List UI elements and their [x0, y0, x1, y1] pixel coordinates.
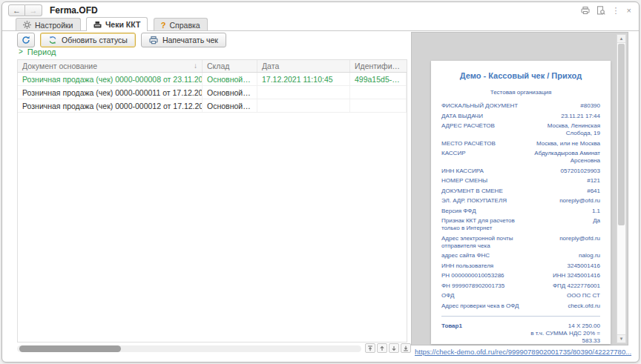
receipt-row: Адрес электронной почты отправителя чека…: [441, 235, 600, 250]
cell-identifier: [350, 86, 407, 99]
column-header-document[interactable]: Документ основание ↓: [18, 60, 203, 72]
receipt-row-value: noreply@ofd.ru: [529, 197, 600, 205]
cell-identifier: [350, 99, 407, 112]
go-down-button[interactable]: [389, 343, 399, 353]
tab-kkt-checks[interactable]: Чеки ККТ: [86, 17, 148, 31]
period-label: Период: [27, 47, 56, 56]
receipt-row-label: ИНН пользователя: [441, 262, 529, 270]
receipt-scrollbar[interactable]: ▲ ▼: [617, 34, 626, 343]
receipt-row-value: Да: [529, 217, 600, 232]
period-toggle[interactable]: > Период: [19, 47, 56, 56]
item-amounts: 14 X 250.00 в т.ч. СУММА НДС 20% = 583.3…: [530, 322, 600, 345]
table-row[interactable]: Розничная продажа (чек) 0000-000008 от 2…: [18, 73, 407, 86]
column-header-warehouse[interactable]: Склад: [203, 60, 257, 72]
receipt-row-label: АДРЕС РАСЧЁТОВ: [441, 122, 529, 137]
table-row[interactable]: Розничная продажа (чек) 0000-000011 от 1…: [18, 86, 407, 99]
receipt-rows: ФИСКАЛЬНЫЙ ДОКУМЕНТ #80390 ДАТА ВЫДАЧИ 2…: [441, 102, 600, 310]
cell-date: [257, 86, 350, 99]
update-statuses-button[interactable]: Обновить статусы: [40, 33, 136, 47]
cell-document: Розничная продажа (чек) 0000-000011 от 1…: [18, 86, 203, 99]
gear-icon: [23, 21, 31, 29]
back-arrow-icon: ←: [13, 6, 21, 15]
table-row[interactable]: Розничная продажа (чек) 0000-000012 от 1…: [18, 99, 407, 113]
receipt-row-value: 3245001416: [529, 262, 600, 270]
refresh-button[interactable]: [17, 33, 35, 47]
receipt-row: ДАТА ВЫДАЧИ 23.11.21 17:44: [441, 113, 600, 120]
column-header-date[interactable]: Дата: [257, 60, 350, 72]
receipt-row: МЕСТО РАСЧЁТОВ Москва, или не Москва: [441, 140, 600, 148]
receipt-row-label: ФН 9999078902001735: [441, 282, 529, 290]
back-button[interactable]: ←: [8, 4, 25, 16]
receipt-row-label: адрес сайта ФНС: [441, 252, 529, 259]
receipt-row: АДРЕС РАСЧЁТОВ Москва, Ленинская Слобода…: [441, 122, 600, 137]
receipt-paper: Демо - Кассовый чек / Приход Тестовая ор…: [431, 61, 611, 344]
receipt-row-value: 1.1: [529, 208, 600, 215]
receipt-row: Адрес проверки чека в ОФД check.ofd.ru: [441, 302, 600, 310]
receipt-row-value: #121: [529, 177, 600, 185]
chevron-right-icon: >: [19, 47, 23, 56]
receipt-row: ФИСКАЛЬНЫЙ ДОКУМЕНТ #80390: [441, 102, 600, 110]
receipt-row-label: ФИСКАЛЬНЫЙ ДОКУМЕНТ: [441, 102, 529, 110]
receipt-row-value: 23.11.21 17:44: [529, 113, 600, 120]
column-header-identifier[interactable]: Идентификатор ...: [350, 60, 407, 72]
tab-label: Чеки ККТ: [105, 20, 140, 29]
go-up-button[interactable]: [377, 343, 387, 353]
cell-identifier: 499a15d5-0990-...: [350, 73, 407, 85]
receipt-row-value: ФПД 4222776001: [529, 282, 600, 290]
table-header: Документ основание ↓ Склад Дата Идентифи…: [18, 60, 407, 73]
receipt-row-label: ОФД: [441, 292, 529, 300]
item-vat-line: в т.ч. СУММА НДС 20% =: [530, 330, 600, 337]
scrollbar-thumb[interactable]: [618, 44, 625, 225]
receipt-row-label: КАССИР: [441, 150, 529, 165]
printer-icon: [149, 36, 158, 44]
print-icon[interactable]: [581, 6, 590, 15]
receipt-row-value: nalog.ru: [529, 252, 600, 259]
receipt-row-value: #641: [529, 188, 600, 195]
button-label: Напечатать чек: [162, 36, 218, 44]
arrow-to-bottom-icon: [403, 345, 409, 351]
receipt-row-value: Москва, или не Москва: [529, 140, 600, 148]
receipt-link[interactable]: https://check-demo.ofd.ru/rec/9999078902…: [415, 348, 631, 356]
item-qty-price: 14 X 250.00: [530, 322, 600, 330]
forward-button[interactable]: →: [25, 4, 42, 16]
hscrollbar-thumb[interactable]: [19, 345, 121, 352]
receipt-row: адрес сайта ФНС nalog.ru: [441, 252, 600, 259]
cell-document: Розничная продажа (чек) 0000-000008 от 2…: [18, 73, 203, 85]
receipt-row: ФН 9999078902001735 ФПД 4222776001: [441, 282, 600, 290]
receipt-row-value: #80390: [529, 102, 600, 110]
close-icon[interactable]: ×: [627, 7, 631, 15]
receipt-row: Признак ККТ для расчетов только в Интерн…: [441, 217, 600, 232]
receipt-row: КАССИР Абдулкадырова Аминат Арсеновна: [441, 150, 600, 165]
tab-settings[interactable]: Настройки: [16, 18, 81, 31]
receipt-row: ИНН пользователя 3245001416: [441, 262, 600, 270]
scroll-up-icon[interactable]: ▲: [617, 35, 625, 43]
menu-kebab-icon[interactable]: ⋮: [612, 7, 620, 15]
print-preview-icon[interactable]: [596, 6, 605, 15]
scroll-down-icon[interactable]: ▼: [617, 334, 625, 343]
cell-warehouse: Основной склад: [203, 86, 257, 99]
receipt-row-label: НОМЕР СМЕНЫ: [441, 177, 529, 185]
receipt-title: Демо - Кассовый чек / Приход: [441, 71, 600, 80]
print-check-button[interactable]: Напечатать чек: [141, 33, 226, 47]
refresh-statuses-icon: [48, 36, 57, 44]
receipt-row: ОФД ООО ПС СТ: [441, 292, 600, 300]
go-last-button[interactable]: [401, 343, 411, 353]
arrow-up-icon: [379, 345, 385, 351]
cell-warehouse: Основной склад: [203, 99, 257, 112]
receipt-row: РН 0000000010053286 ИНН 3245001416: [441, 272, 600, 279]
arrow-down-icon: [391, 345, 397, 351]
cell-date: [257, 99, 350, 112]
receipt-divider: [441, 316, 600, 317]
table-body: Розничная продажа (чек) 0000-000008 от 2…: [18, 73, 407, 113]
table-hscrollbar[interactable]: [17, 345, 361, 352]
tab-bar: Настройки Чеки ККТ ? Справка: [2, 17, 639, 31]
receipt-preview-panel: Демо - Кассовый чек / Приход Тестовая ор…: [411, 32, 628, 345]
titlebar: ← → Ferma.OFD ⋮ ×: [2, 2, 639, 19]
tab-help[interactable]: ? Справка: [154, 18, 208, 31]
go-first-button[interactable]: [365, 343, 375, 353]
receipt-row-label: ДАТА ВЫДАЧИ: [441, 113, 529, 120]
question-icon: ?: [161, 21, 166, 30]
receipt-row-label: ИНН КАССИРА: [441, 168, 529, 175]
documents-table: Документ основание ↓ Склад Дата Идентифи…: [17, 59, 407, 343]
receipt-row: ДОКУМЕНТ В СМЕНЕ #641: [441, 188, 600, 195]
